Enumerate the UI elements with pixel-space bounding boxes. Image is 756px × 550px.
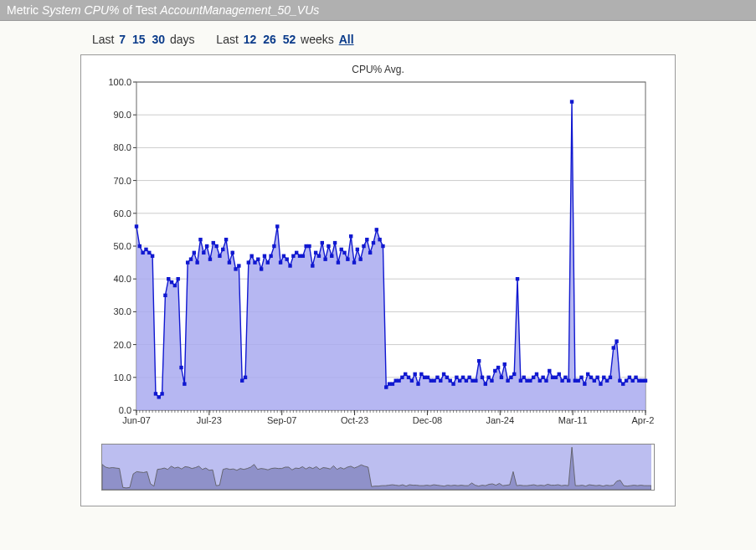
svg-rect-236 [218,254,221,258]
header-prefix: Metric [7,3,42,17]
svg-rect-279 [356,248,359,251]
svg-rect-331 [522,376,525,379]
svg-rect-321 [490,379,493,383]
last-weeks-label: Last [216,33,238,46]
svg-rect-285 [375,228,378,231]
svg-rect-211 [138,244,141,248]
svg-rect-220 [167,277,170,280]
svg-rect-367 [637,379,640,383]
svg-rect-342 [558,373,561,376]
svg-rect-232 [205,244,208,248]
svg-rect-218 [160,392,163,395]
svg-rect-278 [352,260,356,264]
svg-rect-318 [481,376,484,379]
main-chart[interactable]: 0.010.020.030.040.050.060.070.080.090.01… [101,77,655,429]
svg-rect-324 [500,376,503,379]
svg-text:Mar-11: Mar-11 [558,415,588,425]
svg-text:Dec-08: Dec-08 [413,415,442,425]
svg-rect-273 [337,260,340,264]
svg-rect-230 [198,238,202,241]
svg-rect-264 [307,244,311,248]
svg-text:Jan-24: Jan-24 [486,415,514,425]
last-7-days-link[interactable]: 7 [117,33,127,46]
overview-chart[interactable] [101,444,655,491]
header-metric: System CPU% [42,3,120,17]
svg-text:100.0: 100.0 [108,77,131,87]
svg-rect-303 [432,379,435,383]
svg-rect-226 [186,260,189,264]
svg-rect-214 [147,251,151,254]
last-26-weeks-link[interactable]: 26 [261,33,278,46]
svg-rect-283 [368,251,372,254]
svg-text:10.0: 10.0 [114,373,131,383]
svg-rect-251 [266,260,270,264]
svg-rect-276 [346,257,349,260]
svg-rect-299 [419,373,423,376]
svg-text:Sep-07: Sep-07 [267,415,296,425]
svg-rect-234 [212,241,215,244]
svg-rect-359 [612,346,615,349]
svg-rect-249 [260,267,263,270]
svg-text:0.0: 0.0 [119,405,131,415]
svg-rect-319 [484,382,487,385]
svg-rect-328 [512,373,516,376]
svg-rect-334 [532,376,535,379]
svg-rect-362 [621,382,625,385]
svg-rect-339 [548,369,551,373]
all-link[interactable]: All [337,33,356,46]
last-30-days-link[interactable]: 30 [151,33,167,46]
svg-rect-228 [193,251,196,254]
svg-rect-247 [253,260,256,264]
svg-rect-366 [634,376,637,379]
svg-rect-301 [426,376,429,379]
header-middle: of Test [120,3,161,17]
svg-rect-317 [477,359,481,362]
last-days-label: Last [92,33,114,46]
svg-rect-343 [560,379,563,383]
weeks-suffix: weeks [301,33,334,46]
svg-rect-291 [394,379,398,383]
svg-rect-341 [554,376,558,379]
svg-rect-306 [442,373,445,376]
svg-rect-252 [269,254,272,258]
svg-rect-369 [644,379,647,383]
svg-rect-360 [615,339,618,342]
svg-rect-224 [179,366,183,369]
svg-rect-245 [247,260,250,264]
days-suffix: days [170,33,195,46]
header-bar: Metric System CPU% of Test AccountManage… [0,0,756,21]
svg-rect-267 [317,254,321,258]
svg-rect-327 [509,376,512,379]
svg-rect-282 [365,238,368,241]
svg-rect-260 [295,251,298,254]
svg-rect-256 [282,254,285,258]
svg-rect-240 [231,251,234,254]
svg-rect-316 [474,379,477,383]
last-15-days-link[interactable]: 15 [131,33,147,46]
svg-rect-231 [202,251,205,254]
svg-rect-295 [407,376,410,379]
svg-rect-296 [410,379,414,383]
svg-rect-347 [573,379,577,383]
svg-rect-270 [327,244,330,248]
chart-title: CPU% Avg. [101,64,655,75]
svg-rect-215 [151,254,154,258]
svg-rect-284 [372,241,375,244]
svg-rect-233 [208,257,212,260]
svg-rect-219 [163,294,167,297]
svg-rect-258 [288,264,291,267]
svg-rect-314 [467,376,471,379]
svg-rect-322 [493,369,496,373]
svg-rect-259 [291,254,295,258]
svg-rect-272 [333,241,337,244]
last-12-weeks-link[interactable]: 12 [242,33,259,46]
svg-rect-222 [173,284,177,287]
svg-rect-262 [301,254,305,258]
svg-text:Jul-23: Jul-23 [197,415,222,425]
svg-rect-274 [340,248,343,251]
svg-rect-313 [465,379,468,383]
last-52-weeks-link[interactable]: 52 [281,33,298,46]
svg-rect-227 [189,257,193,260]
svg-rect-356 [602,376,605,379]
svg-text:60.0: 60.0 [114,208,131,218]
